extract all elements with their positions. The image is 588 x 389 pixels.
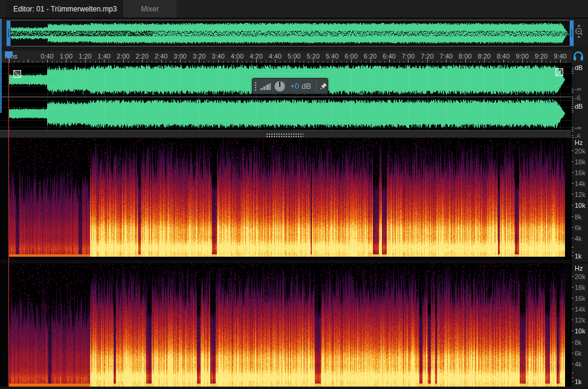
- hz-scale-label: 4k: [575, 235, 582, 242]
- ruler-time-label: 9:00: [512, 53, 532, 60]
- ruler-tick-minor: [451, 61, 451, 63]
- fade-out-handle[interactable]: [555, 68, 563, 76]
- ruler-tick-minor: [195, 61, 195, 63]
- ruler-tick-minor: [270, 61, 271, 63]
- ruler-tick-minor: [90, 61, 91, 63]
- ruler-time-label: 9:40: [551, 53, 570, 60]
- ruler-tick-minor: [99, 61, 100, 63]
- ruler-tick-minor: [251, 61, 252, 63]
- ruler-tick-minor: [80, 61, 81, 63]
- overview-waveform-strip[interactable]: [6, 20, 574, 47]
- ruler-tick-minor: [366, 61, 366, 63]
- ruler-time-label: 4:20: [247, 53, 266, 60]
- hz-scale-label: 12k: [575, 317, 586, 324]
- hz-scale-tick: [572, 227, 573, 228]
- waveform-editor-panel[interactable]: [0, 63, 571, 130]
- ruler-time-label: 1:20: [76, 53, 95, 60]
- ruler-tick-minor: [190, 61, 190, 63]
- pin-hud-icon[interactable]: [320, 82, 328, 90]
- hz-scale-label: 6k: [575, 224, 582, 231]
- tab-mixer[interactable]: Mixer: [123, 0, 176, 18]
- timeline-ruler-row: hms 0:401:001:201:402:002:202:403:003:20…: [0, 47, 588, 63]
- hz-scale-tick: [572, 161, 573, 162]
- gain-hud[interactable]: +0 dB: [252, 78, 328, 94]
- db-scale-tick: [572, 129, 573, 130]
- hud-drag-grip[interactable]: [254, 82, 257, 91]
- ruler-tick-minor: [95, 61, 95, 63]
- ruler-tick-minor: [499, 61, 499, 63]
- ruler-tick-minor: [489, 61, 489, 63]
- zoom-navigator-icon[interactable]: [573, 24, 585, 40]
- ruler-time-label: 4:00: [227, 53, 247, 60]
- bottom-strip: [0, 387, 588, 389]
- hz-scale-label: 20k: [575, 273, 586, 280]
- hz-scale-label: 16k: [575, 169, 586, 176]
- timeline-ruler[interactable]: hms 0:401:001:201:402:002:202:403:003:20…: [0, 51, 571, 63]
- ruler-tick-minor: [233, 61, 233, 63]
- hz-scale-tick: [572, 373, 573, 373]
- spectrogram-canvas-right[interactable]: [0, 263, 571, 387]
- ruler-tick-minor: [341, 61, 342, 63]
- fade-in-handle[interactable]: [13, 70, 21, 78]
- frequency-hz-scale-left[interactable]: Hz20k18k16k14k12k10k8k6k4k1k: [571, 138, 588, 262]
- ruler-tick-minor: [308, 61, 309, 63]
- ruler-tick-minor: [318, 61, 318, 63]
- db-scale-tick: [572, 92, 573, 93]
- ruler-tick-minor: [346, 61, 347, 63]
- headphone-monitor-icon[interactable]: [572, 50, 584, 62]
- ruler-tick-minor: [157, 61, 157, 63]
- spectrogram-canvas-left[interactable]: [0, 138, 571, 260]
- panel-focus-edge: [0, 19, 2, 113]
- db-scale-tick: [572, 127, 573, 128]
- ruler-tick-minor: [399, 61, 399, 63]
- ruler-tick-minor: [289, 61, 290, 63]
- tab-editor[interactable]: Editor: 01 - Trümmerwelten.mp3 ≡: [6, 0, 136, 18]
- db-scale-label: dB: [575, 103, 583, 110]
- ruler-tick-minor: [546, 61, 546, 63]
- hz-scale-label: 8k: [575, 213, 582, 220]
- hz-scale-tick: [572, 252, 573, 252]
- hz-scale-tick: [572, 353, 573, 353]
- frequency-hz-scale-right[interactable]: Hz20k18k16k14k12k10k8k6k4k1k: [571, 263, 588, 387]
- waveform-canvas[interactable]: [0, 63, 571, 130]
- hz-scale-tick: [572, 309, 573, 309]
- ruler-tick-minor: [565, 61, 566, 63]
- ruler-tick-minor: [527, 61, 528, 63]
- ruler-tick-minor: [470, 61, 471, 63]
- ruler-time-label: 1:40: [94, 53, 114, 60]
- ruler-time-label: 7:40: [436, 53, 456, 60]
- ruler-tick-minor: [551, 61, 551, 63]
- hz-scale-tick: [572, 238, 573, 239]
- ruler-time-label: 8:20: [474, 53, 494, 60]
- hz-scale-label: 8k: [575, 339, 582, 346]
- panel-divider[interactable]: [0, 130, 571, 138]
- ruler-time-label: 8:00: [456, 53, 475, 60]
- hz-scale-tick: [572, 330, 573, 331]
- ruler-time-label: 5:00: [285, 53, 304, 60]
- db-scale-label: dB: [575, 64, 583, 71]
- overview-range-handle-right[interactable]: [569, 20, 574, 47]
- ruler-tick-minor: [413, 61, 413, 63]
- hz-scale-tick: [572, 256, 573, 256]
- ruler-tick-minor: [508, 61, 509, 63]
- spectrogram-panel-right-channel[interactable]: [0, 263, 571, 387]
- overview-waveform-canvas[interactable]: [7, 21, 573, 46]
- divider-grip[interactable]: [266, 133, 303, 137]
- playhead-line: [8, 51, 9, 387]
- gain-knob[interactable]: [274, 80, 286, 92]
- hz-scale-tick: [572, 183, 573, 184]
- hz-scale-tick: [572, 150, 573, 151]
- ruler-tick-minor: [494, 61, 494, 63]
- spectrogram-panel-left-channel[interactable]: [0, 138, 571, 260]
- db-scale-tick: [572, 91, 573, 91]
- ruler-time-label: 8:40: [494, 53, 513, 60]
- ruler-time-label: 5:40: [323, 53, 342, 60]
- ruler-tick-minor: [57, 61, 57, 63]
- hz-scale-label: 14k: [575, 306, 586, 313]
- hz-scale-tick: [572, 320, 573, 320]
- ruler-time-label: 3:40: [208, 53, 228, 60]
- amplitude-db-scale[interactable]: dB-∞-6dB-∞-6: [571, 63, 588, 138]
- ruler-tick-minor: [175, 61, 176, 63]
- overview-range-handle-left[interactable]: [6, 20, 11, 47]
- ruler-tick-major: [28, 59, 28, 63]
